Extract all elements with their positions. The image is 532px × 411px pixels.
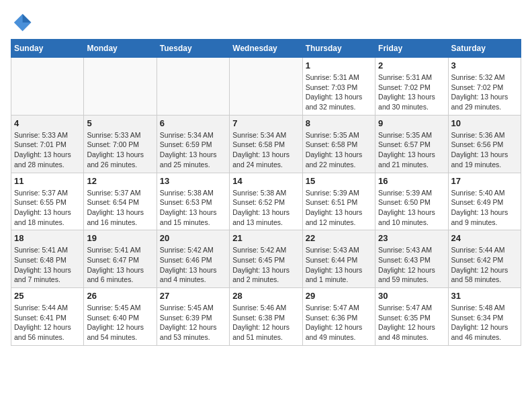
day-number: 15 <box>306 176 372 186</box>
day-number: 3 <box>451 60 518 71</box>
day-number: 2 <box>378 60 445 71</box>
weekday-header: Saturday <box>448 40 521 58</box>
calendar-week-row: 1Sunrise: 5:31 AM Sunset: 7:03 PM Daylig… <box>11 58 521 116</box>
calendar-day-cell <box>230 58 302 116</box>
calendar-week-row: 11Sunrise: 5:37 AM Sunset: 6:55 PM Dayli… <box>11 173 521 230</box>
calendar-day-cell: 3Sunrise: 5:32 AM Sunset: 7:02 PM Daylig… <box>448 58 521 116</box>
day-info: Sunrise: 5:42 AM Sunset: 6:45 PM Dayligh… <box>232 245 299 285</box>
day-number: 26 <box>87 291 153 301</box>
day-number: 29 <box>306 291 372 301</box>
day-info: Sunrise: 5:40 AM Sunset: 6:49 PM Dayligh… <box>451 188 518 228</box>
svg-marker-1 <box>23 14 32 23</box>
calendar-day-cell: 5Sunrise: 5:33 AM Sunset: 7:00 PM Daylig… <box>84 115 157 173</box>
calendar-day-cell: 18Sunrise: 5:41 AM Sunset: 6:48 PM Dayli… <box>11 230 84 288</box>
calendar-header-row: SundayMondayTuesdayWednesdayThursdayFrid… <box>11 40 521 58</box>
day-info: Sunrise: 5:39 AM Sunset: 6:51 PM Dayligh… <box>306 188 372 228</box>
calendar-week-row: 25Sunrise: 5:44 AM Sunset: 6:41 PM Dayli… <box>11 288 521 346</box>
day-number: 21 <box>232 233 299 243</box>
day-number: 27 <box>160 291 226 301</box>
day-info: Sunrise: 5:44 AM Sunset: 6:42 PM Dayligh… <box>451 245 518 285</box>
day-info: Sunrise: 5:31 AM Sunset: 7:02 PM Dayligh… <box>378 73 445 112</box>
day-number: 7 <box>232 118 299 128</box>
calendar-day-cell: 10Sunrise: 5:36 AM Sunset: 6:56 PM Dayli… <box>448 115 521 173</box>
day-info: Sunrise: 5:39 AM Sunset: 6:50 PM Dayligh… <box>378 188 445 228</box>
day-number: 23 <box>378 233 445 243</box>
calendar-day-cell: 4Sunrise: 5:33 AM Sunset: 7:01 PM Daylig… <box>11 115 84 173</box>
day-info: Sunrise: 5:37 AM Sunset: 6:54 PM Dayligh… <box>87 188 153 228</box>
calendar-day-cell: 15Sunrise: 5:39 AM Sunset: 6:51 PM Dayli… <box>302 173 375 230</box>
calendar-day-cell: 20Sunrise: 5:42 AM Sunset: 6:46 PM Dayli… <box>157 230 229 288</box>
day-info: Sunrise: 5:34 AM Sunset: 6:58 PM Dayligh… <box>232 130 299 170</box>
day-number: 4 <box>14 118 81 128</box>
day-number: 31 <box>451 291 518 301</box>
weekday-header: Sunday <box>11 40 84 58</box>
weekday-header: Tuesday <box>157 40 229 58</box>
logo <box>11 11 35 32</box>
day-number: 19 <box>87 233 153 243</box>
day-info: Sunrise: 5:31 AM Sunset: 7:03 PM Dayligh… <box>306 73 372 112</box>
day-info: Sunrise: 5:35 AM Sunset: 6:58 PM Dayligh… <box>306 130 372 170</box>
day-number: 22 <box>306 233 372 243</box>
calendar-day-cell: 14Sunrise: 5:38 AM Sunset: 6:52 PM Dayli… <box>230 173 302 230</box>
day-number: 24 <box>451 233 518 243</box>
day-number: 9 <box>378 118 445 128</box>
day-info: Sunrise: 5:35 AM Sunset: 6:57 PM Dayligh… <box>378 130 445 170</box>
day-number: 20 <box>160 233 226 243</box>
day-info: Sunrise: 5:36 AM Sunset: 6:56 PM Dayligh… <box>451 130 518 170</box>
page-header <box>11 11 521 32</box>
day-info: Sunrise: 5:37 AM Sunset: 6:55 PM Dayligh… <box>14 188 81 228</box>
calendar-day-cell <box>157 58 229 116</box>
day-info: Sunrise: 5:45 AM Sunset: 6:40 PM Dayligh… <box>87 303 153 342</box>
day-info: Sunrise: 5:46 AM Sunset: 6:38 PM Dayligh… <box>232 303 299 342</box>
day-number: 30 <box>378 291 445 301</box>
calendar-day-cell: 28Sunrise: 5:46 AM Sunset: 6:38 PM Dayli… <box>230 288 302 346</box>
calendar-day-cell: 17Sunrise: 5:40 AM Sunset: 6:49 PM Dayli… <box>448 173 521 230</box>
day-number: 14 <box>232 176 299 186</box>
calendar-day-cell: 1Sunrise: 5:31 AM Sunset: 7:03 PM Daylig… <box>302 58 375 116</box>
day-number: 28 <box>232 291 299 301</box>
calendar-day-cell: 31Sunrise: 5:48 AM Sunset: 6:34 PM Dayli… <box>448 288 521 346</box>
day-number: 13 <box>160 176 226 186</box>
calendar-day-cell: 23Sunrise: 5:43 AM Sunset: 6:43 PM Dayli… <box>375 230 448 288</box>
calendar-day-cell: 2Sunrise: 5:31 AM Sunset: 7:02 PM Daylig… <box>375 58 448 116</box>
day-info: Sunrise: 5:41 AM Sunset: 6:47 PM Dayligh… <box>87 245 153 285</box>
calendar-day-cell: 7Sunrise: 5:34 AM Sunset: 6:58 PM Daylig… <box>230 115 302 173</box>
logo-icon <box>11 11 32 32</box>
day-number: 12 <box>87 176 153 186</box>
day-info: Sunrise: 5:48 AM Sunset: 6:34 PM Dayligh… <box>451 303 518 342</box>
day-number: 5 <box>87 118 153 128</box>
day-info: Sunrise: 5:33 AM Sunset: 7:00 PM Dayligh… <box>87 130 153 170</box>
weekday-header: Friday <box>375 40 448 58</box>
day-info: Sunrise: 5:43 AM Sunset: 6:43 PM Dayligh… <box>378 245 445 285</box>
day-number: 18 <box>14 233 81 243</box>
day-number: 25 <box>14 291 81 301</box>
calendar-day-cell <box>11 58 84 116</box>
calendar-day-cell: 12Sunrise: 5:37 AM Sunset: 6:54 PM Dayli… <box>84 173 157 230</box>
calendar-day-cell: 6Sunrise: 5:34 AM Sunset: 6:59 PM Daylig… <box>157 115 229 173</box>
day-number: 16 <box>378 176 445 186</box>
calendar-day-cell: 29Sunrise: 5:47 AM Sunset: 6:36 PM Dayli… <box>302 288 375 346</box>
calendar-day-cell: 26Sunrise: 5:45 AM Sunset: 6:40 PM Dayli… <box>84 288 157 346</box>
day-number: 1 <box>306 60 372 71</box>
weekday-header: Thursday <box>302 40 375 58</box>
day-number: 11 <box>14 176 81 186</box>
day-info: Sunrise: 5:38 AM Sunset: 6:53 PM Dayligh… <box>160 188 226 228</box>
day-number: 6 <box>160 118 226 128</box>
weekday-header: Monday <box>84 40 157 58</box>
calendar-day-cell: 8Sunrise: 5:35 AM Sunset: 6:58 PM Daylig… <box>302 115 375 173</box>
calendar-week-row: 4Sunrise: 5:33 AM Sunset: 7:01 PM Daylig… <box>11 115 521 173</box>
weekday-header: Wednesday <box>230 40 302 58</box>
calendar-week-row: 18Sunrise: 5:41 AM Sunset: 6:48 PM Dayli… <box>11 230 521 288</box>
day-info: Sunrise: 5:42 AM Sunset: 6:46 PM Dayligh… <box>160 245 226 285</box>
day-number: 17 <box>451 176 518 186</box>
calendar-day-cell: 19Sunrise: 5:41 AM Sunset: 6:47 PM Dayli… <box>84 230 157 288</box>
calendar: SundayMondayTuesdayWednesdayThursdayFrid… <box>11 39 521 346</box>
calendar-day-cell: 11Sunrise: 5:37 AM Sunset: 6:55 PM Dayli… <box>11 173 84 230</box>
day-info: Sunrise: 5:33 AM Sunset: 7:01 PM Dayligh… <box>14 130 81 170</box>
day-info: Sunrise: 5:38 AM Sunset: 6:52 PM Dayligh… <box>232 188 299 228</box>
day-info: Sunrise: 5:34 AM Sunset: 6:59 PM Dayligh… <box>160 130 226 170</box>
calendar-day-cell <box>84 58 157 116</box>
calendar-day-cell: 27Sunrise: 5:45 AM Sunset: 6:39 PM Dayli… <box>157 288 229 346</box>
day-info: Sunrise: 5:41 AM Sunset: 6:48 PM Dayligh… <box>14 245 81 285</box>
calendar-day-cell: 9Sunrise: 5:35 AM Sunset: 6:57 PM Daylig… <box>375 115 448 173</box>
